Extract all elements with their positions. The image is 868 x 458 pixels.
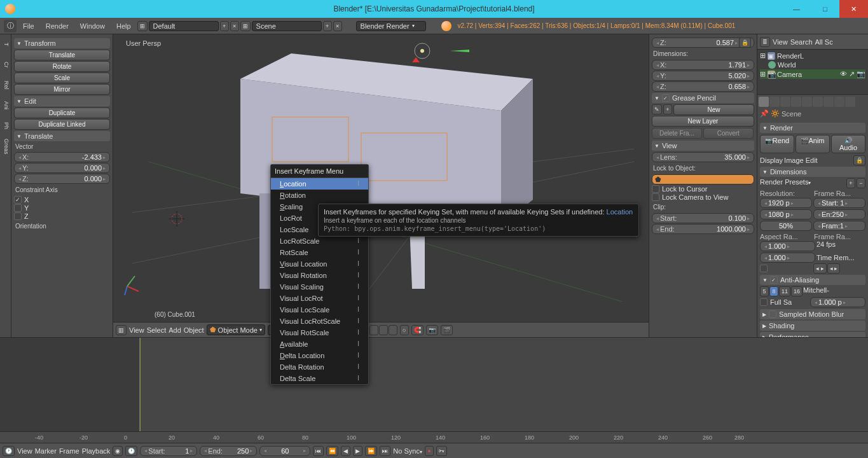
transform-panel-header[interactable]: ▼Transform xyxy=(14,38,110,48)
prop-constraint-icon[interactable] xyxy=(813,97,823,107)
jump-start-icon[interactable]: ⏮ xyxy=(313,446,324,456)
lock-object-field[interactable]: ⬟ xyxy=(652,174,754,184)
current-frame-field[interactable]: ◂60▸ xyxy=(259,446,310,456)
prop-data-icon[interactable] xyxy=(834,97,844,107)
keyframe-menu-item[interactable]: Visual LocRotI xyxy=(271,293,368,304)
close-button[interactable]: ✕ xyxy=(839,0,868,18)
dim-z-field[interactable]: ◂Z:0.658▸ xyxy=(652,81,754,92)
add-preset-icon[interactable]: + xyxy=(846,178,855,188)
keyframe-menu-item[interactable]: LocationI xyxy=(271,178,368,190)
play-icon[interactable]: ▶ xyxy=(353,446,362,456)
gp-convert-button[interactable]: Convert xyxy=(703,128,754,139)
jump-end-icon[interactable]: ⏭ xyxy=(380,446,390,456)
prev-key-icon[interactable]: ⏪ xyxy=(326,446,338,456)
autokey-icon[interactable]: ● xyxy=(425,446,434,456)
outliner-mode-dropdown[interactable]: All Sc xyxy=(815,38,865,46)
play-reverse-icon[interactable]: ◀ xyxy=(341,446,350,456)
keyframe-menu-item[interactable]: Rotation xyxy=(271,190,368,201)
tab-grease[interactable]: Greas xyxy=(0,136,11,156)
aspect-x-field[interactable]: ◂1.000▸ xyxy=(760,241,815,251)
frame-end-field[interactable]: ◂En:250▸ xyxy=(813,209,865,219)
keyframe-menu-item[interactable]: Visual ScalingI xyxy=(271,281,368,293)
prop-world-icon[interactable] xyxy=(791,97,801,107)
range-icon[interactable]: ◉ xyxy=(113,446,123,456)
render-panel-header[interactable]: ▼Render xyxy=(760,123,865,133)
tab-animation[interactable]: Ani xyxy=(0,95,11,116)
lens-field[interactable]: ◂Lens:35.000▸ xyxy=(652,152,754,162)
constraint-y-checkbox[interactable]: Y xyxy=(14,204,110,212)
aa-size-field[interactable]: ◂1.000 p▸ xyxy=(810,297,865,307)
tl-view[interactable]: View xyxy=(17,447,32,455)
menu-file[interactable]: File xyxy=(18,21,39,31)
screen-layout-browse-icon[interactable]: ⊞ xyxy=(137,21,148,31)
prop-modifier-icon[interactable] xyxy=(823,97,834,107)
clip-start-field[interactable]: ◂Start:0.100▸ xyxy=(652,213,754,223)
gp-new-layer-button[interactable]: New Layer xyxy=(652,116,754,127)
gp-delete-frame-button[interactable]: Delete Fra... xyxy=(652,128,702,139)
end-frame-field[interactable]: ◂End:250▸ xyxy=(200,446,257,456)
menu-render[interactable]: Render xyxy=(41,21,74,31)
sync-dropdown[interactable]: No Sync▾ xyxy=(393,447,422,455)
constraint-x-checkbox[interactable]: ✓X xyxy=(14,196,110,204)
aspect-y-field[interactable]: ◂1.000▸ xyxy=(760,253,815,263)
dimensions-panel-header[interactable]: ▼Dimensions xyxy=(760,167,865,177)
add-layout-icon[interactable]: + xyxy=(220,21,229,31)
aa-filter-dropdown[interactable]: Mitchell- xyxy=(803,286,865,296)
tree-world[interactable]: World xyxy=(760,60,865,69)
remove-preset-icon[interactable]: − xyxy=(857,178,865,188)
tree-renderlayer[interactable]: ⊞▣RenderL xyxy=(760,51,865,60)
outliner-tree[interactable]: ⊞▣RenderL World ⊞📷Camera👁 ↗ 📷 xyxy=(757,50,868,94)
outliner-search-menu[interactable]: Search xyxy=(790,38,813,46)
aa-5-button[interactable]: 5 xyxy=(760,286,769,296)
timeline-editor-icon[interactable]: 🕐 xyxy=(3,446,15,456)
keyframe-menu-item[interactable]: Visual LocationI xyxy=(271,258,368,270)
edit-panel-header[interactable]: ▼Edit xyxy=(14,96,110,106)
add-scene-icon[interactable]: + xyxy=(323,21,332,31)
constraint-z-checkbox[interactable]: Z xyxy=(14,212,110,220)
render-presets-dropdown[interactable]: Render Presets▾ xyxy=(760,178,845,188)
prop-scene-icon[interactable] xyxy=(780,97,790,107)
proportional-icon[interactable]: ○ xyxy=(400,325,409,335)
vector-z-input[interactable]: ◂Z:0.000▸ xyxy=(14,174,110,184)
grease-pencil-header[interactable]: ▼✓Grease Pencil xyxy=(652,93,754,103)
duplicate-button[interactable]: Duplicate xyxy=(14,108,110,118)
lock-camera-checkbox[interactable]: Lock Camera to View xyxy=(652,193,754,201)
scale-button[interactable]: Scale xyxy=(14,73,110,83)
vector-x-input[interactable]: ◂X:-2.433▸ xyxy=(14,152,110,162)
render-engine-dropdown[interactable]: Blender Render ▾ xyxy=(356,21,426,31)
dim-y-field[interactable]: ◂Y:5.020▸ xyxy=(652,71,754,81)
aa-panel-header[interactable]: ▼✓Anti-Aliasing xyxy=(760,275,865,285)
res-x-field[interactable]: ◂1920 p▸ xyxy=(760,198,812,208)
maximize-button[interactable]: □ xyxy=(811,0,839,18)
layout-dropdown[interactable]: Default xyxy=(149,21,219,31)
rotate-button[interactable]: Rotate xyxy=(14,61,110,72)
tl-frame[interactable]: Frame xyxy=(59,447,79,455)
mode-dropdown[interactable]: ⬟Object Mode▾ xyxy=(207,324,265,335)
keyframe-menu-item[interactable]: Delta ScaleI xyxy=(271,373,368,384)
pin-icon[interactable]: 📌 xyxy=(760,109,769,118)
gp-new-button[interactable]: New xyxy=(673,104,754,115)
gp-add-icon[interactable]: + xyxy=(663,104,672,114)
minimize-button[interactable]: — xyxy=(782,0,811,18)
tab-physics[interactable]: Ph xyxy=(0,116,11,136)
scene-dropdown[interactable]: Scene xyxy=(252,21,322,31)
mirror-button[interactable]: Mirror xyxy=(14,84,110,95)
loc-z-field[interactable]: ◂Z:0.587▸🔒 xyxy=(652,38,754,48)
keyframe-menu-item[interactable]: Visual RotationI xyxy=(271,270,368,281)
aa-16-button[interactable]: 16 xyxy=(791,286,803,296)
prop-render-icon[interactable] xyxy=(759,97,769,107)
prop-object-icon[interactable] xyxy=(802,97,812,107)
vp-editor-icon[interactable]: ▥ xyxy=(116,325,127,335)
tab-create[interactable]: Cr xyxy=(0,55,11,75)
anim-btn[interactable]: 🎬Anim xyxy=(796,135,830,153)
menu-help[interactable]: Help xyxy=(111,21,136,31)
vp-menu-add[interactable]: Add xyxy=(169,326,181,334)
keyframe-menu-item[interactable]: Delta LocationI xyxy=(271,350,368,361)
res-y-field[interactable]: ◂1080 p▸ xyxy=(760,209,812,219)
frame-step-field[interactable]: ◂Fram:1▸ xyxy=(813,221,865,231)
tl-marker[interactable]: Marker xyxy=(35,447,57,455)
timeline-ruler[interactable]: -40 -20 0 20 40 60 80 100 120 140 160 18… xyxy=(0,431,868,443)
performance-header[interactable]: ▶Performance xyxy=(760,332,865,337)
fps-dropdown[interactable]: 24 fps xyxy=(816,240,865,252)
keyingset-icon[interactable]: 🗝 xyxy=(436,446,447,456)
